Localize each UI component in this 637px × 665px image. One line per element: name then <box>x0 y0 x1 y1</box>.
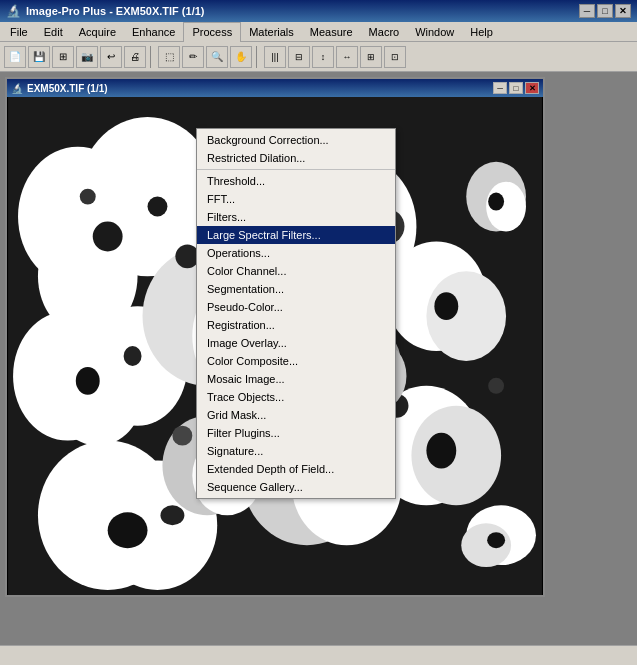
sep2 <box>256 46 260 68</box>
toolbar-measure3[interactable]: ↕ <box>312 46 334 68</box>
menu-item-color-channel[interactable]: Color Channel... <box>197 262 395 280</box>
toolbar: 📄 💾 ⊞ 📷 ↩ 🖨 ⬚ ✏ 🔍 ✋ ||| ⊟ ↕ ↔ ⊞ ⊡ <box>0 42 637 72</box>
menu-item-registration[interactable]: Registration... <box>197 316 395 334</box>
menu-process[interactable]: Process <box>183 22 241 42</box>
toolbar-pan[interactable]: ✋ <box>230 46 252 68</box>
menu-measure[interactable]: Measure <box>302 22 361 42</box>
doc-minimize-button[interactable]: ─ <box>493 82 507 94</box>
menu-item-threshold[interactable]: Threshold... <box>197 172 395 190</box>
svg-point-48 <box>488 193 504 211</box>
toolbar-measure2[interactable]: ⊟ <box>288 46 310 68</box>
toolbar-save[interactable]: 💾 <box>28 46 50 68</box>
menu-item-signature[interactable]: Signature... <box>197 442 395 460</box>
svg-point-34 <box>411 406 501 506</box>
menu-bar: File Edit Acquire Enhance Process Materi… <box>0 22 637 42</box>
svg-point-5 <box>148 197 168 217</box>
svg-point-10 <box>76 367 100 395</box>
toolbar-snap[interactable]: 📷 <box>76 46 98 68</box>
menu-item-fft[interactable]: FFT... <box>197 190 395 208</box>
menu-macro[interactable]: Macro <box>361 22 408 42</box>
title-bar-buttons: ─ □ ✕ <box>579 4 631 18</box>
menu-help[interactable]: Help <box>462 22 501 42</box>
close-button[interactable]: ✕ <box>615 4 631 18</box>
process-dropdown-menu: Background Correction... Restricted Dila… <box>196 128 396 499</box>
menu-acquire[interactable]: Acquire <box>71 22 124 42</box>
toolbar-select[interactable]: ⬚ <box>158 46 180 68</box>
doc-icon: 🔬 <box>11 83 23 94</box>
svg-point-25 <box>160 505 184 525</box>
menu-item-operations[interactable]: Operations... <box>197 244 395 262</box>
toolbar-pencil[interactable]: ✏ <box>182 46 204 68</box>
menu-file[interactable]: File <box>2 22 36 42</box>
menu-enhance[interactable]: Enhance <box>124 22 183 42</box>
menu-separator-1 <box>197 169 395 170</box>
menu-item-trace-objects[interactable]: Trace Objects... <box>197 388 395 406</box>
menu-item-background-correction[interactable]: Background Correction... <box>197 131 395 149</box>
toolbar-measure4[interactable]: ↔ <box>336 46 358 68</box>
svg-point-41 <box>172 426 192 446</box>
doc-title: EXM50X.TIF (1/1) <box>27 83 493 94</box>
svg-point-6 <box>80 189 96 205</box>
doc-close-button[interactable]: ✕ <box>525 82 539 94</box>
menu-item-color-composite[interactable]: Color Composite... <box>197 352 395 370</box>
doc-maximize-button[interactable]: □ <box>509 82 523 94</box>
toolbar-display1[interactable]: ⊞ <box>360 46 382 68</box>
app-title: Image-Pro Plus - EXM50X.TIF (1/1) <box>26 5 579 17</box>
maximize-button[interactable]: □ <box>597 4 613 18</box>
menu-item-filters[interactable]: Filters... <box>197 208 395 226</box>
title-bar: 🔬 Image-Pro Plus - EXM50X.TIF (1/1) ─ □ … <box>0 0 637 22</box>
menu-item-large-spectral-filters[interactable]: Large Spectral Filters... <box>197 226 395 244</box>
doc-window-buttons: ─ □ ✕ <box>493 82 539 94</box>
app-icon: 🔬 <box>6 4 21 18</box>
menu-edit[interactable]: Edit <box>36 22 71 42</box>
menu-item-pseudo-color[interactable]: Pseudo-Color... <box>197 298 395 316</box>
toolbar-new[interactable]: 📄 <box>4 46 26 68</box>
status-bar <box>0 645 637 665</box>
svg-point-4 <box>93 222 123 252</box>
svg-point-35 <box>426 433 456 469</box>
svg-point-24 <box>108 512 148 548</box>
svg-point-11 <box>124 346 142 366</box>
menu-item-filter-plugins[interactable]: Filter Plugins... <box>197 424 395 442</box>
toolbar-print[interactable]: 🖨 <box>124 46 146 68</box>
menu-item-sequence-gallery[interactable]: Sequence Gallery... <box>197 478 395 496</box>
svg-point-51 <box>487 532 505 548</box>
doc-title-bar: 🔬 EXM50X.TIF (1/1) ─ □ ✕ <box>7 79 543 97</box>
sep1 <box>150 46 154 68</box>
menu-item-mosaic-image[interactable]: Mosaic Image... <box>197 370 395 388</box>
menu-item-segmentation[interactable]: Segmentation... <box>197 280 395 298</box>
menu-materials[interactable]: Materials <box>241 22 302 42</box>
toolbar-undo[interactable]: ↩ <box>100 46 122 68</box>
svg-point-32 <box>434 292 458 320</box>
svg-point-50 <box>461 523 511 567</box>
minimize-button[interactable]: ─ <box>579 4 595 18</box>
svg-point-42 <box>488 378 504 394</box>
toolbar-grid[interactable]: ⊞ <box>52 46 74 68</box>
toolbar-zoom[interactable]: 🔍 <box>206 46 228 68</box>
toolbar-measure1[interactable]: ||| <box>264 46 286 68</box>
menu-item-restricted-dilation[interactable]: Restricted Dilation... <box>197 149 395 167</box>
content-area: 🔬 EXM50X.TIF (1/1) ─ □ ✕ <box>0 72 637 665</box>
menu-item-extended-depth[interactable]: Extended Depth of Field... <box>197 460 395 478</box>
menu-item-grid-mask[interactable]: Grid Mask... <box>197 406 395 424</box>
menu-item-image-overlay[interactable]: Image Overlay... <box>197 334 395 352</box>
menu-window[interactable]: Window <box>407 22 462 42</box>
toolbar-display2[interactable]: ⊡ <box>384 46 406 68</box>
